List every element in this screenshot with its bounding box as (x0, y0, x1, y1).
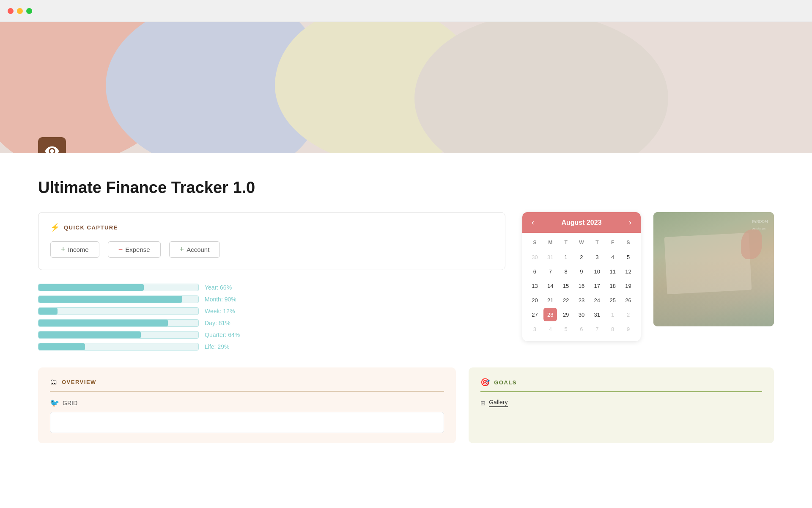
stack-icon: 🗂 (50, 378, 58, 387)
calendar-day[interactable]: 7 (543, 265, 557, 278)
calendar-day[interactable]: 13 (528, 279, 541, 293)
progress-bar-container (38, 319, 199, 327)
minus-icon: − (118, 245, 123, 254)
calendar-grid: SMTWTFS303112345678910111213141516171819… (522, 233, 641, 341)
calendar-day[interactable]: 23 (575, 293, 588, 307)
photo-placeholder: FANDOMpaintings (653, 212, 774, 326)
income-button[interactable]: + Income (50, 241, 99, 258)
calendar-day[interactable]: 31 (590, 308, 604, 321)
calendar-day[interactable]: 1 (559, 250, 573, 264)
calendar-day[interactable]: 4 (543, 322, 557, 336)
target-icon: 🎯 (480, 378, 490, 387)
maximize-button[interactable] (26, 8, 32, 14)
calendar-day[interactable]: 30 (575, 308, 588, 321)
progress-section: Year: 66%Month: 90%Week: 12%Day: 81%Quar… (38, 284, 505, 351)
progress-bar-container (38, 343, 199, 351)
layout-row: ⚡ QUICK CAPTURE + Income − Expense + Acc… (38, 212, 774, 351)
progress-bar-fill (38, 331, 141, 338)
calendar-day[interactable]: 4 (606, 250, 620, 264)
lightning-icon: ⚡ (50, 223, 60, 232)
overview-header: 🗂 OVERVIEW (50, 378, 444, 392)
progress-row: Quarter: 64% (38, 331, 505, 339)
calendar-day[interactable]: 1 (606, 308, 620, 321)
progress-label: Year: 66% (205, 284, 243, 291)
progress-bar-container (38, 295, 199, 303)
calendar-day[interactable]: 29 (559, 308, 573, 321)
progress-row: Month: 90% (38, 295, 505, 303)
grid-content-area (50, 412, 444, 433)
progress-bar-container (38, 284, 199, 291)
progress-bar-container (38, 307, 199, 315)
calendar-day[interactable]: 2 (622, 308, 635, 321)
calendar-day[interactable]: 3 (590, 250, 604, 264)
calendar-day[interactable]: 9 (575, 265, 588, 278)
calendar-day[interactable]: 28 (543, 308, 557, 321)
calendar-day-of-week: M (543, 238, 558, 247)
bottom-row: 🗂 OVERVIEW 🐦 GRID 🎯 GOALS ⊞ Gallery (38, 367, 774, 443)
calendar-widget: ‹ August 2023 › SMTWTFS30311234567891011… (522, 212, 641, 341)
calendar-day[interactable]: 15 (559, 279, 573, 293)
calendar-day[interactable]: 3 (528, 322, 541, 336)
progress-row: Year: 66% (38, 284, 505, 291)
calendar-prev-button[interactable]: ‹ (530, 218, 536, 227)
grid-row: 🐦 GRID (50, 398, 444, 408)
calendar-day[interactable]: 20 (528, 293, 541, 307)
qc-header: ⚡ QUICK CAPTURE (50, 223, 493, 232)
progress-bar-container (38, 331, 199, 339)
progress-label: Life: 29% (205, 343, 243, 350)
close-button[interactable] (8, 8, 14, 14)
calendar-day[interactable]: 6 (528, 265, 541, 278)
expense-button[interactable]: − Expense (108, 241, 161, 258)
calendar-day[interactable]: 10 (590, 265, 604, 278)
calendar-day[interactable]: 26 (622, 293, 635, 307)
calendar-day[interactable]: 21 (543, 293, 557, 307)
calendar-day[interactable]: 6 (575, 322, 588, 336)
calendar-day-of-week: W (574, 238, 589, 247)
calendar-day[interactable]: 25 (606, 293, 620, 307)
plus-icon-2: + (180, 245, 184, 254)
calendar-day-of-week: F (605, 238, 620, 247)
finance-icon (44, 144, 60, 153)
calendar-day[interactable]: 8 (559, 265, 573, 278)
progress-bar-fill (38, 343, 85, 350)
calendar-day[interactable]: 16 (575, 279, 588, 293)
plus-icon: + (61, 245, 66, 254)
window-chrome (0, 0, 812, 22)
calendar-day[interactable]: 22 (559, 293, 573, 307)
calendar-day[interactable]: 24 (590, 293, 604, 307)
calendar-day[interactable]: 31 (543, 250, 557, 264)
calendar-day[interactable]: 30 (528, 250, 541, 264)
progress-row: Day: 81% (38, 319, 505, 327)
calendar-day[interactable]: 27 (528, 308, 541, 321)
calendar-day[interactable]: 2 (575, 250, 588, 264)
photo-text-overlay: FANDOMpaintings (752, 218, 768, 232)
calendar-day[interactable]: 8 (606, 322, 620, 336)
goals-header: 🎯 GOALS (480, 378, 762, 392)
gallery-label: Gallery (489, 399, 508, 407)
calendar-day[interactable]: 14 (543, 279, 557, 293)
qc-buttons: + Income − Expense + Account (50, 241, 493, 258)
calendar-day[interactable]: 12 (622, 265, 635, 278)
account-button[interactable]: + Account (169, 241, 220, 258)
minimize-button[interactable] (17, 8, 23, 14)
gallery-row: ⊞ Gallery (480, 399, 762, 407)
progress-row: Week: 12% (38, 307, 505, 315)
header-image (0, 22, 812, 153)
calendar-day[interactable]: 5 (559, 322, 573, 336)
progress-bar-fill (38, 320, 168, 326)
calendar-day[interactable]: 5 (622, 250, 635, 264)
calendar-day[interactable]: 11 (606, 265, 620, 278)
page-icon (38, 137, 66, 153)
calendar-day[interactable]: 18 (606, 279, 620, 293)
progress-row: Life: 29% (38, 343, 505, 351)
goals-title: GOALS (494, 379, 517, 386)
calendar-next-button[interactable]: › (627, 218, 633, 227)
gallery-icon: ⊞ (480, 400, 486, 406)
grid-label: GRID (63, 400, 77, 406)
calendar-day[interactable]: 19 (622, 279, 635, 293)
calendar-day[interactable]: 17 (590, 279, 604, 293)
progress-label: Day: 81% (205, 320, 243, 326)
calendar-day[interactable]: 9 (622, 322, 635, 336)
goals-card: 🎯 GOALS ⊞ Gallery (469, 367, 774, 443)
calendar-day[interactable]: 7 (590, 322, 604, 336)
